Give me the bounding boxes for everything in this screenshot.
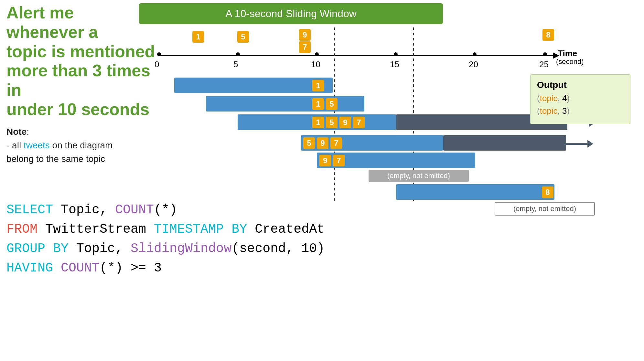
bar-row4-badge-5: 5 [303,137,315,149]
badge-top-5: 5 [237,31,249,43]
alert-line4: under 10 seconds [6,100,149,119]
bar-row3-badge-9: 9 [339,117,351,128]
empty-label-2: (empty, not emitted) [495,202,595,216]
header-bar: A 10-second Sliding Window [139,3,443,24]
time-label: Time [558,48,577,58]
bar-bottom-blue [396,184,554,200]
tick-label-15: 15 [390,59,399,69]
tick-25 [543,52,547,56]
alert-line2: topic is mentioned [6,42,155,61]
alert-line1: Alert me whenever a [6,3,98,41]
note-label: Note [6,127,27,137]
bar-row3-badge-7: 7 [353,117,365,128]
output-count-2: 3 [562,106,567,116]
sql-line4: HAVING COUNT(*) >= 3 [6,259,325,278]
output-item-2: (topic, 3) [537,106,624,116]
note-text3: belong to the same topic [6,154,105,164]
bar-row2-badge-1: 1 [312,98,324,110]
output-topic-2: topic [540,106,558,116]
output-item-1: (topic, 4) [537,93,624,103]
tick-20 [473,52,477,56]
output-topic-1: topic [540,93,558,103]
tick-label-25: 25 [539,59,549,69]
bar-row4-badge-7: 7 [330,137,342,149]
tick-label-0: 0 [155,59,159,69]
diagram: A 10-second Sliding Window 0 5 10 15 20 … [139,3,630,200]
note-tweets: tweets [24,140,50,150]
tick-15 [394,52,398,56]
badge-top-9: 9 [299,29,311,41]
bar-row5-badge-7: 7 [333,155,345,166]
sql-group: GROUP [6,241,45,256]
tick-10 [315,52,319,56]
badge-top-1: 1 [192,31,204,43]
bar-row5-badge-9: 9 [319,155,331,166]
output-title: Output [537,80,624,90]
sql-count1: COUNT [115,203,154,217]
badge-top-7: 7 [299,41,311,53]
bar-row1 [174,78,333,93]
sql-line2: FROM TwitterStream TIMESTAMP BY CreatedA… [6,220,325,239]
bar-row2-badge-5: 5 [326,98,338,110]
badge-top-8: 8 [542,29,554,41]
left-panel: Alert me whenever a topic is mentioned m… [6,3,155,166]
bar-row4-dark [443,135,566,151]
tick-0 [157,52,161,56]
timeline: 0 5 10 15 20 25 Time (second) [139,45,575,65]
tick-5 [236,52,240,56]
output-count-1: 4 [562,93,567,103]
empty-label-1: (empty, not emitted) [369,170,469,182]
tick-label-20: 20 [469,59,478,69]
bar-row4-badge-9: 9 [317,137,328,149]
header-title: A 10-second Sliding Window [225,8,357,20]
bar-row3-badge-1: 1 [312,117,324,128]
note-text2: on the diagram [50,140,113,150]
bar-bottom-badge-8: 8 [542,186,553,198]
time-sublabel: (second) [556,58,584,66]
alert-line3: more than 3 times in [6,61,150,99]
note-section: Note: - all tweets on the diagram belong… [6,125,155,166]
output-panel: Output (topic, 4) (topic, 3) [530,74,630,124]
note-text1: - all [6,140,24,150]
sql-select: SELECT [6,203,53,217]
sql-line1: SELECT Topic, COUNT(*) [6,200,325,220]
sql-area: SELECT Topic, COUNT(*) FROM TwitterStrea… [6,200,325,278]
sql-having: HAVING [6,261,53,275]
tick-label-5: 5 [233,59,238,69]
sql-from: FROM [6,222,38,237]
bar-row3-badge-5: 5 [326,117,338,128]
sql-line3: GROUP BY Topic, SlidingWindow(second, 10… [6,239,325,259]
timeline-line [158,55,553,56]
arrow-row4 [566,143,589,145]
tick-label-10: 10 [311,59,320,69]
bar-row2 [206,96,364,111]
alert-text: Alert me whenever a topic is mentioned m… [6,3,155,119]
bar-row1-badge-1: 1 [312,80,324,91]
